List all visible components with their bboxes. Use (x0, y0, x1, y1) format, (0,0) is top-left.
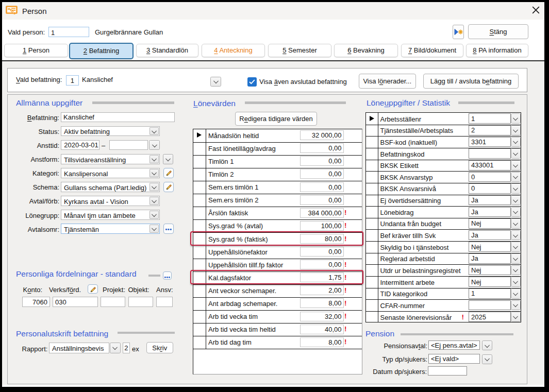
tab-strip: 1 Person 2 Befattning 3 Standardlön 4 An… (0, 0, 549, 62)
checkbox[interactable] (247, 77, 257, 87)
loneuppgifter-table: Arbetsställenr Tjänsteställe/Arbetsplats… (365, 112, 521, 322)
lonevarden-table: Månadslön heltid Fast lönetillägg/avdrag… (193, 129, 362, 375)
skriv-btn[interactable]: Skriv (146, 342, 174, 353)
person-window-screenshot: Person Vald person: 1 Gurgelbrännare Gul… (0, 0, 549, 392)
lagg-till[interactable]: Lägg till / avsluta befattning (423, 74, 519, 89)
befattning-bar: Vald befattning: 1 Kanslichef Visa även … (7, 68, 527, 92)
visa-lonerader[interactable]: Visa lönerader... (359, 74, 417, 89)
redigera-btn[interactable]: Redigera tidigare värden (235, 112, 317, 126)
